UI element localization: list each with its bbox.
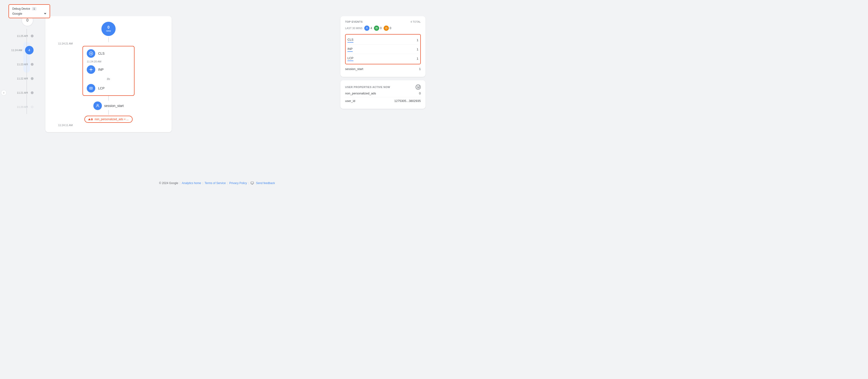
history-icon[interactable]: [415, 84, 421, 90]
flow-connector-2: [108, 96, 109, 100]
top-events-title: TOP EVENTS: [345, 20, 363, 23]
orange-count-value: 0: [390, 27, 392, 30]
timeline-row-1122: 11:22 AM: [15, 71, 34, 86]
main-event-card: 0 new 11:24:21 AM CLS 11:24:20 AM: [45, 16, 172, 132]
ads-row: non_personalized_ads = ...: [84, 115, 132, 123]
cls-item-name: CLS: [347, 37, 353, 42]
timeline-entries: 11:25 AM 11:24 AM 4 11:23 AM 11:22 AM 11…: [9, 29, 34, 114]
svg-point-5: [366, 27, 367, 28]
cls-underline: [347, 42, 353, 42]
timeline-row-1125: 11:25 AM: [15, 29, 34, 43]
user-prop-value-1: 1275305...3802935: [394, 99, 421, 103]
user-prop-value-0: 0: [419, 92, 421, 95]
svg-point-1: [91, 53, 92, 54]
session-icon: [93, 101, 102, 110]
analytics-home-link[interactable]: Analytics home: [182, 181, 201, 185]
event-list-session[interactable]: session_start 1: [345, 65, 421, 72]
debug-title-label: Debug Device: [12, 7, 30, 10]
event-list-inp[interactable]: INP 1: [347, 45, 418, 54]
user-prop-header: USER PROPERTIES ACTIVE NOW: [345, 84, 421, 90]
flow-connector-3: [108, 110, 109, 115]
new-count: 0: [107, 26, 110, 29]
new-label: new: [106, 29, 111, 32]
debug-dropdown-value: Google: [12, 12, 22, 16]
timeline-label-1120: 11:20 AM: [15, 106, 28, 108]
cls-count: 1: [417, 38, 418, 42]
inp-underline: [347, 51, 353, 52]
timeline-label-1124: 11:24 AM: [9, 49, 22, 52]
event-item-inp[interactable]: INP: [87, 65, 130, 74]
session-item-name: session_start: [345, 67, 363, 71]
svg-point-4: [97, 104, 98, 106]
event-item-cls[interactable]: CLS: [87, 49, 130, 58]
debug-panel-title: Debug Device 1: [12, 7, 46, 10]
privacy-link[interactable]: Privacy Policy: [229, 181, 247, 185]
timestamp-2-inline: 11:24:20 AM: [87, 60, 130, 63]
timeline-dot-1123: [31, 63, 34, 66]
expand-button[interactable]: ›: [1, 90, 7, 95]
timeline-label-1122: 11:22 AM: [15, 77, 28, 80]
timestamp-1: 11:24:21 AM: [58, 42, 73, 45]
top-events-card: TOP EVENTS 4 TOTAL LAST 30 MINS 4: [340, 16, 426, 77]
chevron-down-icon: [44, 13, 46, 14]
blue-badge-circle: [364, 26, 369, 31]
lcp-label: LCP: [98, 86, 104, 90]
triangle-icon: [88, 118, 91, 120]
timestamp-4: 11:24:11 AM: [58, 124, 73, 126]
terms-link[interactable]: Terms of Service: [205, 181, 226, 185]
timeline-row-1124: 11:24 AM 4: [9, 43, 34, 57]
svg-point-2: [90, 69, 92, 70]
blue-count-value: 4: [370, 27, 372, 30]
inp-icon: [87, 65, 95, 74]
right-panel: TOP EVENTS 4 TOTAL LAST 30 MINS 4: [340, 16, 426, 109]
timeline-label-1121: 11:21 AM: [15, 91, 28, 94]
user-prop-row-1: user_id 1275305...3802935: [345, 97, 421, 105]
user-prop-title: USER PROPERTIES ACTIVE NOW: [345, 86, 390, 88]
event-list-lcp[interactable]: LCP 1: [347, 54, 418, 63]
gap-label: 8s: [87, 76, 130, 82]
blue-count-badge: 4: [364, 26, 372, 31]
session-item-count: 1: [419, 67, 421, 71]
feedback-link[interactable]: Send feedback: [256, 181, 275, 185]
timeline-label-1125: 11:25 AM: [15, 34, 28, 37]
inp-item-name: INP: [347, 47, 353, 52]
top-events-header: TOP EVENTS 4 TOTAL: [345, 20, 421, 23]
top-events-total: 4 TOTAL: [411, 20, 421, 23]
timeline-row-1120: 11:20 AM: [15, 100, 34, 114]
timeline-dot-1125: [31, 34, 34, 37]
ads-badge[interactable]: non_personalized_ads = ...: [84, 116, 132, 123]
user-prop-row-0: non_personalized_ads 0: [345, 90, 421, 97]
ads-label: non_personalized_ads = ...: [95, 118, 129, 121]
square-icon: [91, 119, 93, 120]
lcp-item-name: LCP: [347, 56, 353, 61]
lcp-icon: [87, 84, 95, 92]
new-events-bubble: 0 new: [101, 22, 116, 36]
user-prop-name-1: user_id: [345, 99, 355, 103]
debug-count-badge: 1: [32, 7, 36, 10]
event-list-cls[interactable]: CLS 1: [347, 35, 418, 45]
green-count-value: 0: [380, 27, 382, 30]
orange-count-badge: 0: [384, 26, 392, 31]
event-item-lcp[interactable]: LCP: [87, 84, 130, 92]
feedback-icon-wrapper: [251, 181, 255, 185]
svg-rect-8: [251, 182, 254, 184]
timeline: 0 11:25 AM 11:24 AM 4 11:23 AM 11:22 AM: [7, 14, 34, 114]
timeline-row-1121: 11:21 AM: [15, 86, 34, 100]
session-row[interactable]: session_start: [93, 101, 124, 110]
lcp-underline: [347, 61, 353, 61]
green-badge-circle: [374, 26, 379, 31]
timeline-label-1123: 11:23 AM: [15, 63, 28, 66]
lcp-count: 1: [417, 57, 418, 60]
debug-dropdown[interactable]: Google: [12, 12, 46, 16]
footer-copyright: © 2024 Google: [159, 181, 178, 185]
green-count-badge: 0: [374, 26, 382, 31]
timeline-dot-1120: [31, 106, 34, 108]
timeline-dot-1121: [31, 91, 34, 94]
highlighted-events-group: CLS 1 INP 1 LCP 1: [345, 34, 421, 64]
ads-icon: [88, 118, 93, 120]
session-label: session_start: [104, 104, 124, 108]
footer: © 2024 Google | Analytics home | Terms o…: [0, 181, 434, 185]
user-properties-card: USER PROPERTIES ACTIVE NOW non_personali…: [340, 80, 426, 109]
top-events-icons-row: LAST 30 MINS 4 0: [345, 26, 421, 31]
orange-badge-circle: [384, 26, 389, 31]
